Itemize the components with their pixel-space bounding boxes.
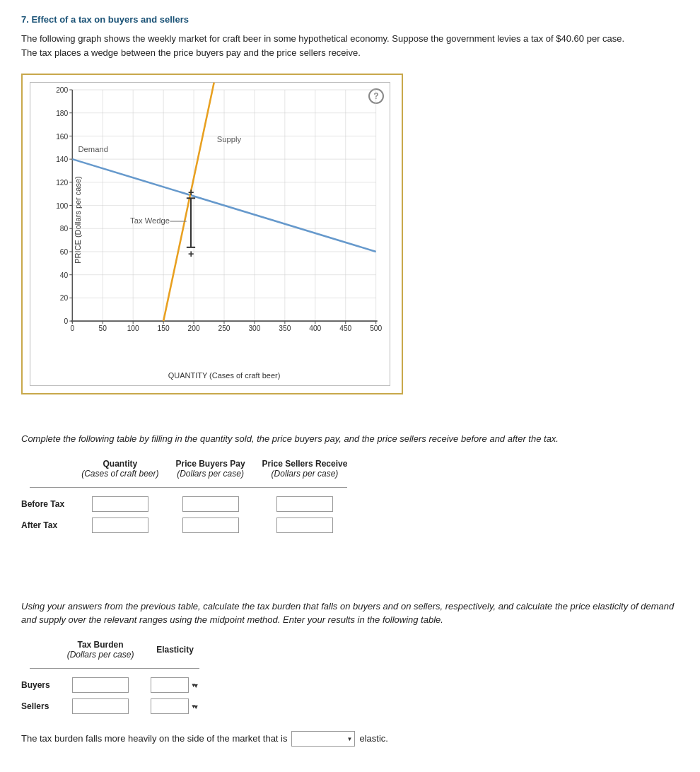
svg-text:160: 160	[56, 133, 68, 141]
svg-text:+: +	[188, 248, 194, 259]
buyers-elasticity-cell: more less ▼	[142, 674, 207, 696]
svg-text:180: 180	[56, 110, 68, 117]
after-tax-sellers-input[interactable]	[276, 517, 333, 533]
after-tax-buyers-cell	[168, 515, 254, 536]
before-tax-qty-cell	[73, 493, 167, 515]
intro-text: The following graph shows the weekly mar…	[21, 32, 679, 59]
buyers-elasticity-wrapper: more less ▼	[151, 677, 199, 693]
calc-text: Using your answers from the previous tab…	[21, 600, 679, 627]
table-row: Sellers more less ▼	[21, 696, 208, 717]
svg-text:Supply: Supply	[217, 135, 242, 144]
bottom-text-container: The tax burden falls more heavily on the…	[21, 731, 679, 747]
svg-text:500: 500	[370, 324, 382, 332]
col3-header: Price Sellers Receive (Dollars per case)	[254, 456, 356, 481]
svg-text:100: 100	[127, 324, 139, 332]
before-tax-sellers-cell	[254, 493, 356, 515]
svg-text:100: 100	[56, 202, 68, 210]
svg-text:400: 400	[309, 324, 321, 332]
svg-text:60: 60	[60, 248, 69, 256]
sellers-elasticity-select[interactable]: more less	[151, 698, 189, 714]
bottom-dropdown-wrapper: more less	[291, 731, 355, 747]
after-tax-sellers-cell	[254, 515, 356, 536]
x-axis-label: QUANTITY (Cases of craft beer)	[168, 371, 281, 380]
chart-area: PRICE (Dollars per case)	[66, 90, 383, 350]
col2-header: Price Buyers Pay (Dollars per case)	[168, 456, 254, 481]
svg-text:140: 140	[56, 156, 68, 163]
burden-table: Tax Burden (Dollars per case) Elasticity…	[21, 637, 208, 717]
buyers-burden-cell	[59, 674, 143, 696]
buyers-label: Buyers	[21, 674, 59, 696]
chart-svg: 0 20 40 60 80 100 120	[66, 90, 383, 350]
sellers-burden-input[interactable]	[72, 698, 129, 714]
buyers-burden-input[interactable]	[72, 677, 129, 693]
bottom-elasticity-select[interactable]: more less	[291, 731, 355, 747]
bottom-text-post: elastic.	[359, 733, 387, 744]
before-tax-qty-input[interactable]	[92, 496, 148, 512]
svg-text:20: 20	[60, 294, 69, 302]
after-tax-qty-input[interactable]	[92, 517, 148, 533]
sellers-label: Sellers	[21, 696, 59, 717]
svg-text:Demand: Demand	[78, 145, 108, 153]
before-tax-label: Before Tax	[21, 493, 73, 515]
sellers-elasticity-wrapper: more less ▼	[151, 698, 199, 714]
after-tax-qty-cell	[73, 515, 167, 536]
table-row: Before Tax	[21, 493, 356, 515]
burden-col2-header: Elasticity	[142, 637, 207, 662]
after-tax-label: After Tax	[21, 515, 73, 536]
complete-text: Complete the following table by filling …	[21, 432, 679, 446]
burden-col0-header	[21, 637, 59, 662]
table-row: Buyers more less ▼	[21, 674, 208, 696]
svg-text:150: 150	[158, 324, 170, 332]
svg-text:350: 350	[279, 324, 291, 332]
svg-text:200: 200	[56, 86, 68, 94]
col0-header	[21, 456, 73, 481]
svg-text:+: +	[188, 187, 194, 198]
col1-header: Quantity (Cases of craft beer)	[73, 456, 167, 481]
data-table-1: Quantity (Cases of craft beer) Price Buy…	[21, 456, 356, 536]
after-tax-buyers-input[interactable]	[182, 517, 239, 533]
sellers-elasticity-cell: more less ▼	[142, 696, 207, 717]
svg-text:450: 450	[339, 324, 351, 332]
graph-container: ? PRICE (Dollars per case)	[21, 74, 403, 394]
svg-text:120: 120	[56, 179, 68, 187]
graph-inner: ? PRICE (Dollars per case)	[30, 82, 390, 386]
question-title: 7. Effect of a tax on buyers and sellers	[21, 14, 679, 25]
svg-text:0: 0	[70, 324, 74, 332]
svg-text:50: 50	[99, 324, 107, 332]
sellers-burden-cell	[59, 696, 143, 717]
svg-text:40: 40	[60, 271, 69, 279]
svg-text:Tax Wedge: Tax Wedge	[130, 216, 170, 225]
burden-col1-header: Tax Burden (Dollars per case)	[59, 637, 143, 662]
bottom-text-pre: The tax burden falls more heavily on the…	[21, 733, 287, 744]
before-tax-buyers-cell	[168, 493, 254, 515]
table-row: After Tax	[21, 515, 356, 536]
svg-text:0: 0	[64, 317, 69, 325]
svg-text:200: 200	[188, 324, 200, 332]
before-tax-buyers-input[interactable]	[182, 496, 239, 512]
svg-text:300: 300	[248, 324, 260, 332]
buyers-elasticity-select[interactable]: more less	[151, 677, 189, 693]
svg-text:80: 80	[60, 225, 69, 233]
svg-text:250: 250	[218, 324, 230, 332]
before-tax-sellers-input[interactable]	[276, 496, 333, 512]
svg-line-70	[163, 83, 214, 321]
